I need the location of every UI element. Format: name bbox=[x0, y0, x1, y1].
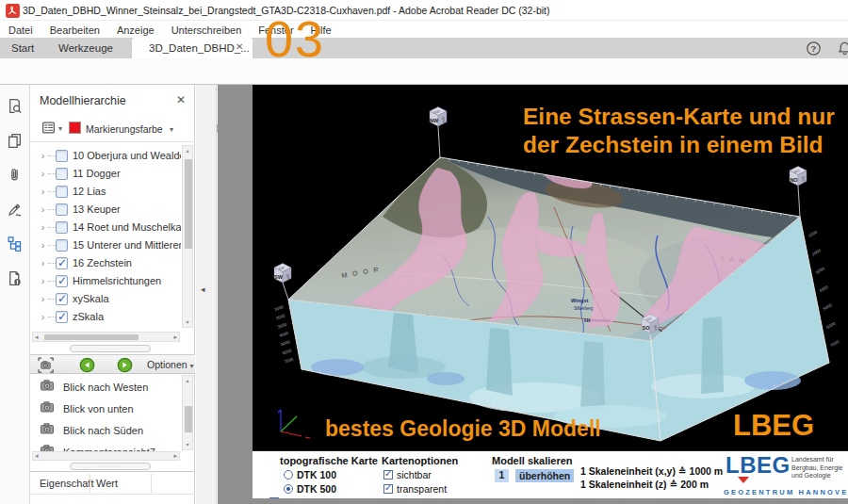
tree-hscrollbar[interactable]: ◂ ▸ bbox=[32, 332, 180, 342]
tree-item-label[interactable]: 13 Keuper bbox=[73, 203, 121, 215]
visibility-checkbox[interactable] bbox=[56, 221, 68, 234]
create-view-icon[interactable] bbox=[38, 357, 54, 373]
transparent-checkbox-icon[interactable] bbox=[383, 484, 393, 494]
bell-icon[interactable] bbox=[837, 41, 848, 57]
visible-checkbox-icon[interactable] bbox=[383, 470, 393, 480]
list-view-icon[interactable] bbox=[41, 120, 57, 136]
tree-item-label[interactable]: 11 Dogger bbox=[73, 168, 121, 179]
views-scroll-up-icon[interactable]: ▴ bbox=[183, 377, 192, 384]
panel-collapse-icon[interactable]: ◂ bbox=[201, 285, 205, 294]
panel-splitter-strip[interactable]: ◂ bbox=[196, 85, 217, 504]
marker-color-caret-icon[interactable]: ▾ bbox=[170, 125, 173, 134]
3d-canvas[interactable]: Bad BederkesaHemmoorWingstSilberbergDran… bbox=[253, 85, 848, 450]
tree-item-label[interactable]: 16 Zechstein bbox=[73, 257, 132, 268]
tree-item-label[interactable]: 15 Unterer und Mittlerer Bur bbox=[73, 239, 181, 251]
menu-datei[interactable]: Datei bbox=[0, 22, 41, 39]
tree-scroll-left-icon[interactable]: ◂ bbox=[35, 333, 39, 341]
expander-icon[interactable]: › bbox=[38, 203, 48, 215]
tree-item-label[interactable]: Himmelsrichtungen bbox=[73, 275, 161, 286]
views-scroll-left-icon[interactable]: ◂ bbox=[35, 452, 39, 460]
visibility-checkbox[interactable] bbox=[56, 168, 68, 180]
views-splitter-handle[interactable]: ·········· bbox=[70, 463, 151, 470]
model-tree-icon[interactable] bbox=[7, 236, 24, 252]
tree-item-label[interactable]: 14 Roet und Muschelkalk bbox=[73, 221, 181, 233]
scale-exaggerate-button[interactable]: überhöhen bbox=[515, 469, 574, 482]
menu-anzeige[interactable]: Anzeige bbox=[108, 22, 163, 39]
compass-cube-no[interactable]: NONONO bbox=[790, 167, 807, 218]
tree-item[interactable]: ›16 Zechstein bbox=[38, 254, 181, 271]
tree-scroll-up-icon[interactable]: ▴ bbox=[183, 147, 192, 154]
expander-icon[interactable]: › bbox=[38, 275, 48, 286]
expander-icon[interactable]: › bbox=[38, 150, 48, 161]
help-icon[interactable]: ? bbox=[806, 41, 822, 57]
view-item[interactable]: Blick nach Süden bbox=[40, 420, 143, 441]
visibility-checkbox[interactable] bbox=[56, 311, 68, 323]
visible-checkbox[interactable]: sichtbar bbox=[383, 469, 432, 480]
previous-view-icon[interactable] bbox=[79, 357, 95, 373]
document-search-icon[interactable] bbox=[7, 98, 24, 115]
expander-icon[interactable]: › bbox=[38, 257, 48, 268]
tree-item[interactable]: ›12 Lias bbox=[38, 183, 181, 200]
expander-icon[interactable]: › bbox=[38, 221, 48, 233]
menu-unterschreiben[interactable]: Unterschreiben bbox=[163, 22, 251, 39]
tree-item-label[interactable]: zSkala bbox=[73, 311, 104, 322]
compass-cube-nw[interactable]: NWNWNW bbox=[430, 107, 447, 158]
tree-scroll-down-icon[interactable]: ▾ bbox=[183, 318, 192, 326]
tree-item-label[interactable]: xySkala bbox=[73, 293, 109, 304]
tree-vscrollbar[interactable]: ▴ ▾ bbox=[182, 145, 193, 328]
tree-item[interactable]: ›xySkala bbox=[38, 290, 181, 307]
compass-cube-sw[interactable]: SWSWSW bbox=[274, 264, 291, 301]
views-options-button[interactable]: Optionen ▾ bbox=[147, 359, 194, 370]
tree-hscroll-thumb[interactable] bbox=[44, 334, 139, 340]
document-info-icon[interactable] bbox=[7, 270, 24, 287]
tree-item[interactable]: ›13 Keuper bbox=[38, 201, 181, 218]
view-item[interactable]: Blick von unten bbox=[40, 398, 134, 419]
visibility-checkbox[interactable] bbox=[56, 150, 68, 162]
transparent-checkbox[interactable]: transparent bbox=[383, 483, 447, 495]
tab-werkzeuge[interactable]: Werkzeuge bbox=[58, 42, 113, 54]
visibility-checkbox[interactable] bbox=[56, 186, 68, 198]
page-copy-icon[interactable] bbox=[7, 133, 24, 150]
expander-icon[interactable]: › bbox=[38, 311, 48, 322]
expander-icon[interactable]: › bbox=[38, 168, 48, 179]
next-view-icon[interactable] bbox=[117, 357, 133, 373]
tree-vscroll-thumb[interactable] bbox=[185, 159, 192, 249]
expander-icon[interactable]: › bbox=[38, 239, 48, 251]
tree-item[interactable]: ›15 Unterer und Mittlerer Bur bbox=[38, 236, 181, 253]
views-hscrollbar[interactable]: ◂ ▸ bbox=[32, 451, 180, 461]
tree-item-label[interactable]: 12 Lias bbox=[73, 186, 106, 197]
visibility-checkbox[interactable] bbox=[56, 257, 68, 269]
tab-close-icon[interactable]: ✕ bbox=[236, 41, 243, 52]
dtk500-radio[interactable]: DTK 500 bbox=[284, 483, 336, 495]
dtk100-radio[interactable]: DTK 100 bbox=[284, 469, 336, 480]
tree-item-label[interactable]: 10 Oberjura und Wealden bbox=[73, 150, 181, 161]
menu-bearbeiten[interactable]: Bearbeiten bbox=[41, 22, 108, 39]
scale-value-box[interactable]: 1 bbox=[495, 469, 509, 482]
marker-color-swatch[interactable] bbox=[69, 122, 81, 134]
expander-icon[interactable]: › bbox=[38, 293, 48, 304]
tree-item[interactable]: ›11 Dogger bbox=[38, 165, 181, 182]
dtk100-radio-icon[interactable] bbox=[284, 470, 293, 480]
visibility-checkbox[interactable] bbox=[56, 203, 68, 216]
signature-icon[interactable] bbox=[7, 202, 24, 219]
visibility-checkbox[interactable] bbox=[56, 293, 68, 305]
tree-item[interactable]: ›Himmelsrichtungen bbox=[38, 272, 181, 289]
views-scroll-right-icon[interactable]: ▸ bbox=[173, 452, 177, 460]
views-scroll-down-icon[interactable]: ▾ bbox=[183, 441, 192, 448]
tree-scroll-right-icon[interactable]: ▸ bbox=[173, 333, 177, 341]
view-item[interactable]: Blick nach Westen bbox=[40, 377, 148, 398]
tree-item[interactable]: ›14 Roet und Muschelkalk bbox=[38, 219, 181, 236]
visibility-checkbox[interactable] bbox=[56, 239, 68, 252]
panel-splitter-handle[interactable]: ·········· bbox=[70, 345, 151, 352]
tab-document[interactable]: 3D_Daten_DBHD_... ✕ bbox=[132, 38, 253, 58]
tab-start[interactable]: Start bbox=[11, 42, 34, 54]
visibility-checkbox[interactable] bbox=[56, 275, 68, 287]
expander-icon[interactable]: › bbox=[38, 186, 48, 197]
tree-item[interactable]: ›zSkala bbox=[38, 308, 181, 325]
view-item[interactable]: Kommentaransicht7 bbox=[40, 442, 155, 451]
views-vscrollbar[interactable]: ▴ ▾ bbox=[182, 375, 193, 450]
attachments-icon[interactable] bbox=[7, 167, 24, 184]
3d-viewport[interactable]: Bad BederkesaHemmoorWingstSilberbergDran… bbox=[253, 85, 848, 450]
tree-item[interactable]: ›10 Oberjura und Wealden bbox=[38, 147, 181, 164]
list-view-caret-icon[interactable]: ▾ bbox=[58, 124, 62, 133]
